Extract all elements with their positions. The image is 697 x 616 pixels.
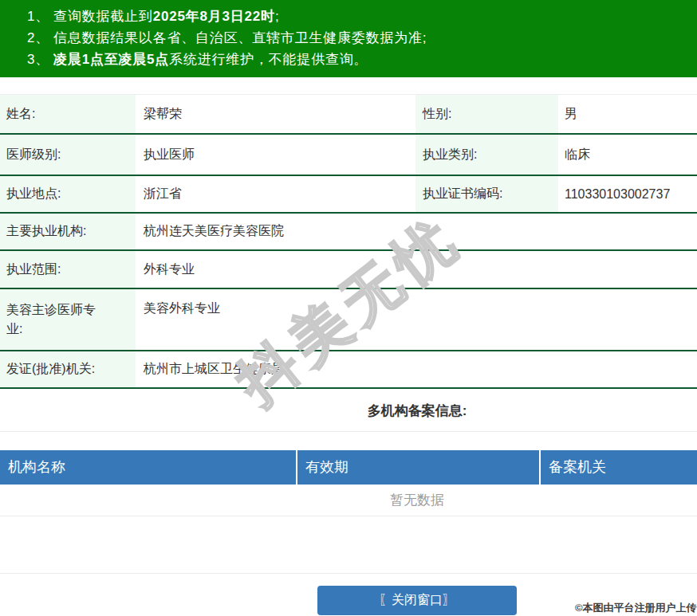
field-value-practice-category: 临床 <box>558 135 697 175</box>
notice-line-2: 2、信息数据结果以各省、自治区、直辖市卫生健康委数据为准; <box>0 27 697 49</box>
org-header-institution-name: 机构名称 <box>0 450 297 485</box>
info-row-level-category: 医师级别: 执业医师 执业类别: 临床 <box>0 135 697 176</box>
notice-number: 1、 <box>27 9 49 24</box>
field-value-gender: 男 <box>558 95 697 133</box>
field-value-name: 梁帮荣 <box>136 95 415 133</box>
notice-text-bold: 2025年8月3日22时 <box>153 9 275 24</box>
field-value-doctor-level: 执业医师 <box>136 135 415 175</box>
field-label-practice-category: 执业类别: <box>415 135 558 175</box>
notice-text: 查询数据截止到 <box>53 9 153 24</box>
spacer <box>0 516 697 573</box>
field-value-certificate-number: 110330103002737 <box>558 176 697 212</box>
field-label-certificate-number: 执业证书编码: <box>415 176 558 212</box>
field-label-main-institution: 主要执业机构: <box>0 214 136 249</box>
field-label-issuing-authority: 发证(批准)机关: <box>0 351 136 387</box>
field-value-cosmetic-specialty: 美容外科专业 <box>136 289 697 350</box>
org-header-validity-period: 有效期 <box>297 450 541 485</box>
info-row-practice-scope: 执业范围: 外科专业 <box>0 251 697 289</box>
divider <box>0 573 697 574</box>
info-row-cosmetic-specialty: 美容主诊医师专业: 美容外科专业 <box>0 289 697 351</box>
field-label-name: 姓名: <box>0 95 136 133</box>
field-label-doctor-level: 医师级别: <box>0 135 136 175</box>
field-label-gender: 性别: <box>415 95 558 133</box>
divider <box>0 431 697 432</box>
multi-institution-section-title: 多机构备案信息: <box>0 402 697 419</box>
notice-line-3: 3、凌晨1点至凌晨5点系统进行维护，不能提供查询。 <box>0 49 697 70</box>
info-row-main-institution: 主要执业机构: 杭州连天美医疗美容医院 <box>0 214 697 251</box>
notice-banner: 1、查询数据截止到2025年8月3日22时; 2、信息数据结果以各省、自治区、直… <box>0 0 697 77</box>
info-row-name-gender: 姓名: 梁帮荣 性别: 男 <box>0 95 697 135</box>
field-value-practice-location: 浙江省 <box>136 176 415 212</box>
field-label-practice-scope: 执业范围: <box>0 251 136 288</box>
notice-number: 3、 <box>27 52 49 67</box>
close-window-button[interactable]: 〖关闭窗口〗 <box>317 586 517 615</box>
uploader-stamp: ©本图由平台注册用户上传 <box>575 601 697 615</box>
doctor-info-table: 姓名: 梁帮荣 性别: 男 医师级别: 执业医师 执业类别: 临床 执业地点: … <box>0 94 697 389</box>
notice-line-1: 1、查询数据截止到2025年8月3日22时; <box>0 6 697 27</box>
info-row-issuing-authority: 发证(批准)机关: 杭州市上城区卫生健康局 <box>0 351 697 389</box>
field-value-practice-scope: 外科专业 <box>136 251 697 288</box>
query-result-page: 1、查询数据截止到2025年8月3日22时; 2、信息数据结果以各省、自治区、直… <box>0 0 697 615</box>
org-table-empty-state: 暂无数据 <box>0 485 697 516</box>
field-label-practice-location: 执业地点: <box>0 176 136 212</box>
field-value-issuing-authority: 杭州市上城区卫生健康局 <box>136 351 697 387</box>
info-row-location-certno: 执业地点: 浙江省 执业证书编码: 110330103002737 <box>0 176 697 214</box>
notice-text-bold: 凌晨1点至凌晨5点 <box>53 52 169 67</box>
notice-number: 2、 <box>27 30 49 45</box>
org-table-header: 机构名称 有效期 备案机关 <box>0 450 697 485</box>
notice-text: ; <box>275 9 280 24</box>
org-header-record-authority: 备案机关 <box>541 450 697 485</box>
notice-text: 系统进行维护，不能提供查询。 <box>169 52 368 67</box>
field-label-cosmetic-specialty: 美容主诊医师专业: <box>0 289 136 350</box>
notice-text: 信息数据结果以各省、自治区、直辖市卫生健康委数据为准; <box>53 30 427 45</box>
field-value-main-institution: 杭州连天美医疗美容医院 <box>136 214 697 249</box>
